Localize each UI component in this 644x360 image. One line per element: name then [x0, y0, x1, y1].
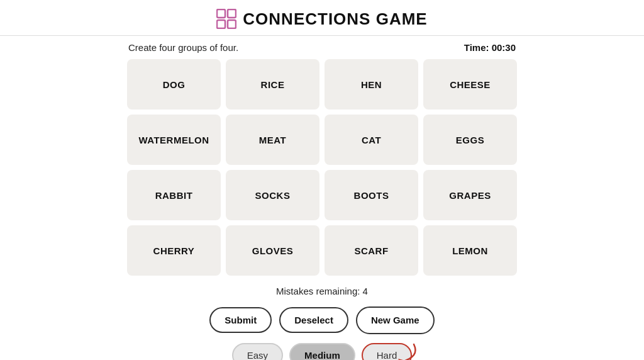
- timer-display: Time: 00:30: [464, 42, 516, 53]
- svg-rect-0: [217, 9, 225, 18]
- tile-cheese[interactable]: CHEESE: [423, 59, 517, 110]
- tile-gloves[interactable]: GLOVES: [226, 225, 319, 276]
- tile-meat[interactable]: MEAT: [226, 115, 319, 165]
- hard-button-container: Hard: [362, 343, 413, 361]
- tile-lemon[interactable]: LEMON: [423, 225, 517, 276]
- tile-cherry[interactable]: CHERRY: [127, 225, 221, 276]
- action-buttons-row: Submit Deselect New Game: [209, 307, 434, 334]
- top-info-row: Create four groups of four. Time: 00:30: [127, 42, 517, 53]
- svg-rect-1: [228, 9, 236, 18]
- arrow-icon: [367, 338, 417, 361]
- tile-watermelon[interactable]: WATERMELON: [127, 115, 221, 165]
- tile-hen[interactable]: HEN: [325, 59, 418, 110]
- tile-cat[interactable]: CAT: [325, 115, 418, 165]
- instruction-text: Create four groups of four.: [128, 42, 238, 53]
- tile-grapes[interactable]: GRAPES: [423, 170, 517, 220]
- medium-button[interactable]: Medium: [289, 343, 355, 361]
- header: CONNECTIONS GAME: [0, 0, 644, 36]
- tile-dog[interactable]: DOG: [127, 59, 221, 110]
- tile-boots[interactable]: BOOTS: [325, 170, 418, 220]
- svg-rect-2: [217, 20, 225, 28]
- submit-button[interactable]: Submit: [209, 307, 272, 333]
- difficulty-row: Easy Medium Hard: [232, 343, 413, 361]
- mistakes-remaining: Mistakes remaining: 4: [276, 286, 368, 296]
- tile-socks[interactable]: SOCKS: [226, 170, 319, 220]
- tile-eggs[interactable]: EGGS: [423, 115, 517, 165]
- tile-grid: DOGRICEHENCHEESEWATERMELONMEATCATEGGSRAB…: [127, 59, 517, 276]
- tile-rice[interactable]: RICE: [226, 59, 319, 110]
- connections-logo-icon: [216, 9, 236, 29]
- tile-rabbit[interactable]: RABBIT: [127, 170, 221, 220]
- easy-button[interactable]: Easy: [232, 343, 283, 361]
- svg-rect-3: [228, 20, 236, 28]
- tile-scarf[interactable]: SCARF: [325, 225, 418, 276]
- page-title: CONNECTIONS GAME: [243, 9, 427, 29]
- deselect-button[interactable]: Deselect: [279, 307, 348, 333]
- new-game-button[interactable]: New Game: [356, 307, 435, 334]
- game-area: Create four groups of four. Time: 00:30 …: [127, 42, 517, 360]
